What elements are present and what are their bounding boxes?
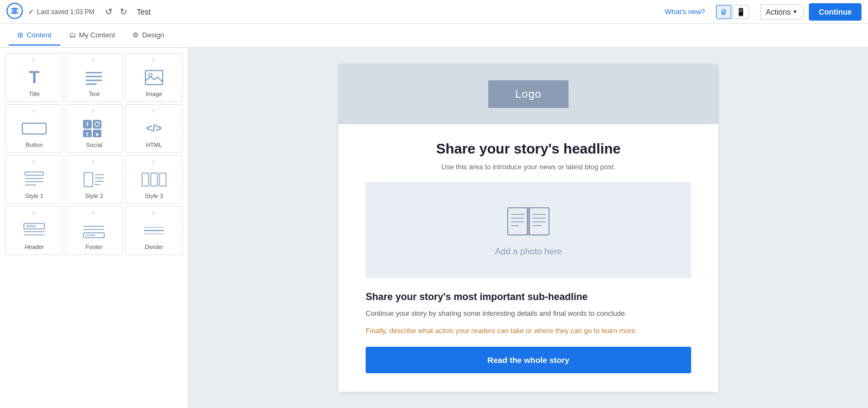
- svg-rect-10: [93, 120, 101, 129]
- sidebar-item-text[interactable]: ⠿ Text: [65, 53, 123, 102]
- sidebar-item-header[interactable]: ⠿ Header: [5, 206, 63, 255]
- svg-text:f: f: [87, 121, 89, 127]
- style2-icon: [68, 169, 120, 189]
- header-icon: [8, 220, 60, 240]
- sidebar-item-style2[interactable]: ⠿ Style 2: [65, 155, 123, 204]
- drag-handle: ⠿: [152, 58, 156, 63]
- sidebar-grid: ⠿ T Title ⠿ Text ⠿: [5, 53, 183, 255]
- drag-handle: ⠿: [92, 211, 96, 216]
- svg-rect-41: [529, 208, 549, 235]
- email-headline: Share your story's headline: [366, 141, 691, 157]
- style3-icon: [128, 169, 180, 189]
- app-logo: [7, 3, 23, 21]
- undo-button[interactable]: ↺: [103, 5, 114, 18]
- svg-rect-26: [142, 173, 149, 186]
- actions-dropdown-arrow: ▼: [792, 9, 797, 15]
- whatsnew-link[interactable]: What's new?: [665, 8, 705, 16]
- content-tab-icon: ⊞: [17, 31, 23, 39]
- book-placeholder-icon: [507, 203, 550, 241]
- svg-rect-40: [508, 208, 527, 235]
- design-tab-icon: ⚙: [132, 31, 139, 39]
- email-container: Logo Share your story's headline Use thi…: [339, 64, 718, 392]
- desktop-view-button[interactable]: 🖥: [716, 5, 731, 19]
- svg-rect-5: [145, 71, 163, 85]
- drag-handle: ⠿: [32, 211, 36, 216]
- svg-rect-27: [151, 173, 157, 186]
- drag-handle: ⠿: [92, 109, 96, 114]
- email-body-text: Continue your story by sharing some inte…: [366, 308, 691, 319]
- social-icon: f t: [68, 118, 120, 138]
- sidebar-item-html[interactable]: ⠿ </> HTML: [125, 104, 183, 153]
- svg-rect-7: [22, 123, 46, 134]
- sidebar-item-social[interactable]: ⠿ f t: [65, 104, 123, 153]
- my-content-tab-icon: 🗂: [69, 31, 76, 39]
- title-icon: T: [8, 67, 60, 87]
- email-subheadline: Share your story's most important sub-he…: [366, 291, 691, 303]
- email-photo-placeholder: Add a photo here: [366, 182, 691, 278]
- email-logo: Logo: [488, 80, 569, 108]
- drag-handle: ⠿: [92, 160, 96, 165]
- tab-content[interactable]: ⊞ Content: [9, 25, 60, 46]
- email-body: Share your story's headline Use this are…: [339, 124, 718, 395]
- svg-point-12: [99, 121, 100, 122]
- svg-rect-30: [26, 225, 36, 227]
- tab-my-content[interactable]: 🗂 My Content: [60, 25, 124, 46]
- drag-handle: ⠿: [152, 160, 156, 165]
- text-icon: [68, 67, 120, 87]
- sidebar-item-style3[interactable]: ⠿ Style 3: [125, 155, 183, 204]
- sidebar-item-footer[interactable]: ⠿ Footer: [65, 206, 123, 255]
- drag-handle: ⠿: [32, 109, 36, 114]
- document-title: Test: [137, 8, 151, 16]
- svg-rect-17: [25, 172, 43, 175]
- redo-button[interactable]: ↻: [118, 5, 129, 18]
- mobile-view-button[interactable]: 📱: [732, 5, 749, 19]
- button-icon: [8, 118, 60, 138]
- style1-icon: [8, 169, 60, 189]
- email-cta-text: Finally, describe what action your reade…: [366, 326, 691, 336]
- email-subtext: Use this area to introduce your news or …: [366, 163, 691, 171]
- continue-button[interactable]: Continue: [809, 3, 861, 21]
- canvas: Logo Share your story's headline Use thi…: [189, 48, 868, 408]
- email-cta-button[interactable]: Read the whole story: [366, 347, 691, 373]
- topbar: ✓ Last saved 1:03 PM ↺ ↻ Test What's new…: [0, 0, 868, 24]
- actions-button[interactable]: Actions ▼: [760, 4, 804, 20]
- tab-design[interactable]: ⚙ Design: [124, 25, 173, 46]
- sidebar-item-image[interactable]: ⠿ Image: [125, 53, 183, 102]
- device-toggle: 🖥 📱: [716, 5, 749, 19]
- svg-rect-28: [159, 173, 166, 186]
- divider-icon: [128, 220, 180, 240]
- drag-handle: ⠿: [92, 58, 96, 63]
- sidebar: ⠿ T Title ⠿ Text ⠿: [0, 48, 189, 408]
- footer-icon: [68, 220, 120, 240]
- image-icon: [128, 67, 180, 87]
- sidebar-item-title[interactable]: ⠿ T Title: [5, 53, 63, 102]
- subbar: ⊞ Content 🗂 My Content ⚙ Design: [0, 24, 868, 48]
- sidebar-item-button[interactable]: ⠿ Button: [5, 104, 63, 153]
- sidebar-item-divider[interactable]: ⠿ Divider: [125, 206, 183, 255]
- email-header-section: Logo: [339, 64, 718, 124]
- drag-handle: ⠿: [152, 109, 156, 114]
- svg-rect-21: [84, 173, 93, 187]
- save-status: ✓ Last saved 1:03 PM: [28, 8, 94, 16]
- check-icon: ✓: [28, 8, 34, 16]
- drag-handle: ⠿: [32, 58, 36, 63]
- drag-handle: ⠿: [32, 160, 36, 165]
- undo-redo-group: ↺ ↻: [103, 5, 129, 18]
- photo-placeholder-label: Add a photo here: [495, 247, 562, 257]
- drag-handle: ⠿: [152, 211, 156, 216]
- sidebar-item-style1[interactable]: ⠿ Style 1: [5, 155, 63, 204]
- main-layout: ⠿ T Title ⠿ Text ⠿: [0, 48, 868, 408]
- html-icon: </>: [128, 118, 180, 138]
- svg-rect-36: [86, 234, 95, 236]
